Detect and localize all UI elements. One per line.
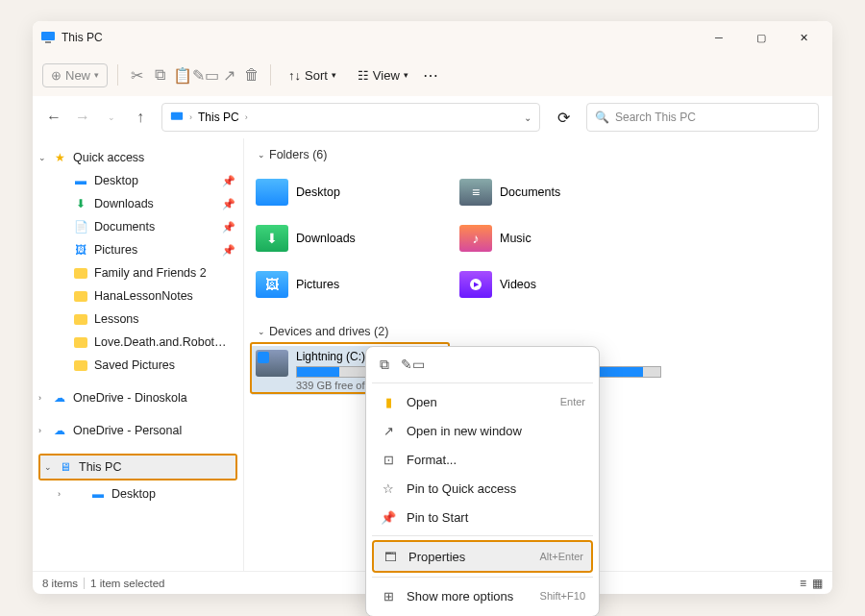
paste-icon[interactable]: 📋 (174, 66, 191, 85)
chevron-down-icon[interactable]: ⌄ (524, 112, 531, 123)
search-placeholder: Search This PC (615, 111, 696, 124)
svg-rect-1 (45, 41, 51, 43)
minimize-button[interactable]: ─ (698, 24, 740, 51)
sidebar-item-desktop[interactable]: ›▬Desktop (35, 482, 241, 505)
sidebar-this-pc[interactable]: ⌄🖥This PC (40, 456, 235, 479)
pin-icon: 📌 (222, 175, 235, 187)
rename-icon[interactable]: ✎▭ (401, 357, 425, 373)
ctx-pin-start[interactable]: 📌Pin to Start (372, 503, 593, 531)
sidebar: ⌄★Quick access ▬Desktop📌 ⬇Downloads📌 📄Do… (33, 138, 244, 571)
sidebar-onedrive-1[interactable]: ›☁OneDrive - Dinoskola (35, 386, 241, 409)
ctx-properties[interactable]: 🗔PropertiesAlt+Enter (374, 542, 591, 571)
folder-desktop[interactable]: Desktop (252, 169, 456, 215)
selection-count: 1 item selected (90, 578, 164, 589)
folder-videos[interactable]: ▶Videos (456, 261, 659, 308)
folder-icon (74, 337, 87, 348)
ctx-show-more[interactable]: ⊞Show more optionsShift+F10 (372, 581, 593, 610)
up-button[interactable]: ↑ (133, 109, 148, 126)
sidebar-item-folder[interactable]: Love.Death.and.Robots.S03.10 (35, 331, 241, 354)
view-button[interactable]: ☷View▾ (350, 64, 416, 86)
star-outline-icon: ☆ (380, 481, 397, 496)
recent-button[interactable]: ⌄ (104, 112, 119, 122)
ctx-open[interactable]: ▮OpenEnter (372, 387, 593, 416)
svg-rect-0 (41, 32, 55, 40)
share-icon[interactable]: ↗ (220, 66, 237, 85)
pictures-icon: 🖼 (256, 271, 288, 298)
sidebar-item-pictures[interactable]: 🖼Pictures📌 (35, 238, 241, 261)
picture-icon: 🖼 (73, 242, 88, 258)
chevron-right-icon[interactable]: › (38, 393, 41, 403)
copy-icon[interactable]: ⧉ (380, 357, 389, 373)
this-pc-icon (40, 30, 56, 45)
item-count: 8 items (42, 578, 78, 589)
new-window-icon: ↗ (380, 424, 397, 438)
titlebar: This PC ─ ▢ ✕ (33, 21, 832, 54)
folder-documents[interactable]: ≡Documents (456, 169, 659, 215)
search-input[interactable]: 🔍 Search This PC (586, 103, 819, 132)
sidebar-item-desktop[interactable]: ▬Desktop📌 (35, 169, 241, 192)
sidebar-item-folder[interactable]: HanaLessonNotes (35, 284, 241, 308)
refresh-button[interactable]: ⟳ (554, 109, 573, 127)
pin-icon: 📌 (380, 510, 397, 525)
chevron-down-icon: ⌄ (258, 327, 265, 336)
sidebar-item-documents[interactable]: 📄Documents📌 (35, 215, 241, 238)
folder-icon (74, 360, 87, 371)
ctx-format[interactable]: ⊡Format... (372, 445, 593, 474)
pin-icon: 📌 (222, 198, 235, 210)
highlight-annotation: 🗔PropertiesAlt+Enter (372, 540, 593, 573)
nav-row: ← → ⌄ ↑ › This PC › ⌄ ⟳ 🔍 Search This PC (33, 96, 832, 138)
svg-rect-2 (171, 112, 183, 120)
maximize-button[interactable]: ▢ (740, 24, 782, 51)
sidebar-item-folder[interactable]: Family and Friends 2 (35, 261, 241, 284)
sidebar-item-downloads[interactable]: ⬇Downloads📌 (35, 192, 241, 215)
folder-icon (74, 314, 87, 325)
chevron-right-icon[interactable]: › (58, 489, 61, 499)
address-segment[interactable]: This PC (198, 111, 239, 124)
forward-button[interactable]: → (75, 109, 90, 126)
chevron-right-icon: › (189, 112, 192, 122)
folder-pictures[interactable]: 🖼Pictures (252, 261, 456, 308)
sidebar-quick-access[interactable]: ⌄★Quick access (35, 146, 241, 169)
desktop-icon: ▬ (90, 486, 106, 502)
drives-header[interactable]: ⌄Devices and drives (2) (258, 325, 825, 338)
address-bar[interactable]: › This PC › ⌄ (161, 103, 540, 132)
context-menu: ⧉ ✎▭ ▮OpenEnter ↗Open in new window ⊡For… (365, 346, 600, 616)
chevron-down-icon[interactable]: ⌄ (44, 462, 52, 472)
list-view-icon[interactable]: ≡ (800, 577, 806, 590)
copy-icon[interactable]: ⧉ (151, 66, 168, 84)
cloud-icon: ☁ (52, 390, 67, 406)
cloud-icon: ☁ (52, 423, 67, 438)
delete-icon[interactable]: 🗑 (243, 66, 260, 84)
folders-header[interactable]: ⌄Folders (6) (258, 148, 825, 161)
chevron-right-icon[interactable]: › (38, 426, 41, 435)
close-button[interactable]: ✕ (782, 24, 825, 51)
sidebar-item-folder[interactable]: Saved Pictures (35, 354, 241, 377)
sidebar-onedrive-2[interactable]: ›☁OneDrive - Personal (35, 419, 241, 442)
ctx-open-new-window[interactable]: ↗Open in new window (372, 416, 593, 445)
back-button[interactable]: ← (46, 109, 62, 126)
music-icon: ♪ (459, 225, 492, 252)
chevron-down-icon[interactable]: ⌄ (38, 153, 46, 162)
more-icon: ⊞ (380, 589, 397, 604)
folder-icon (74, 291, 87, 302)
download-icon: ⬇ (73, 196, 88, 211)
highlight-annotation: ⌄🖥This PC (38, 454, 237, 480)
cut-icon[interactable]: ✂ (128, 66, 145, 85)
drive-icon (256, 350, 288, 377)
folder-downloads[interactable]: ⬇Downloads (252, 215, 456, 261)
this-pc-icon (170, 111, 184, 124)
folder-music[interactable]: ♪Music (456, 215, 659, 261)
downloads-icon: ⬇ (256, 225, 288, 252)
folder-icon (74, 268, 87, 279)
window-title: This PC (62, 31, 103, 44)
ctx-pin-quick-access[interactable]: ☆Pin to Quick access (372, 474, 593, 503)
folder-icon: ▮ (380, 395, 397, 409)
chevron-right-icon[interactable]: › (245, 112, 248, 122)
grid-view-icon[interactable]: ▦ (812, 577, 823, 590)
sort-button[interactable]: ↑↓Sort▾ (281, 64, 344, 86)
sidebar-item-folder[interactable]: Lessons (35, 308, 241, 331)
more-icon[interactable]: ⋯ (422, 66, 439, 85)
star-icon: ★ (52, 150, 67, 165)
new-button[interactable]: ⊕New▾ (42, 63, 108, 87)
rename-icon[interactable]: ✎▭ (197, 66, 214, 85)
